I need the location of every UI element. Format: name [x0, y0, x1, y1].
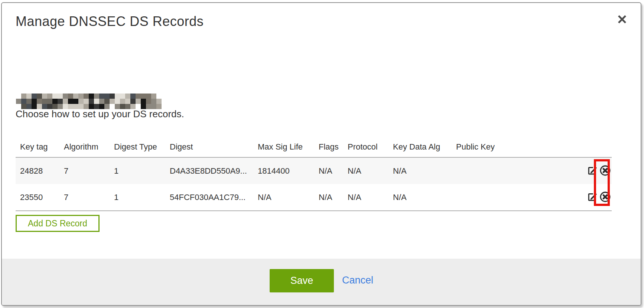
- cell-digest-type: 1: [110, 157, 165, 184]
- delete-icon: [599, 165, 611, 176]
- ds-records-table: Key tag Algorithm Digest Type Digest Max…: [16, 137, 612, 211]
- instruction-text: Choose how to set up your DS records.: [16, 108, 184, 120]
- cancel-link[interactable]: Cancel: [342, 275, 373, 286]
- cell-digest-type: 1: [110, 184, 165, 211]
- cell-flags: N/A: [314, 157, 343, 184]
- edit-record-button[interactable]: [587, 191, 598, 203]
- cell-key-data-alg: N/A: [388, 184, 452, 211]
- cell-digest: 54FCF030AA1C79...: [165, 184, 253, 211]
- col-actions: [576, 137, 612, 157]
- cell-digest: D4A33E8DD550A9...: [165, 157, 253, 184]
- col-max-sig-life: Max Sig Life: [253, 137, 314, 157]
- cell-algorithm: 7: [59, 157, 110, 184]
- col-flags: Flags: [314, 137, 343, 157]
- cell-key-tag: 23550: [16, 184, 59, 211]
- col-digest-type: Digest Type: [110, 137, 165, 157]
- cell-public-key: [452, 157, 576, 184]
- cell-actions: [576, 157, 612, 184]
- delete-record-button[interactable]: [599, 165, 611, 177]
- cell-protocol: N/A: [343, 184, 388, 211]
- cell-key-data-alg: N/A: [388, 157, 452, 184]
- cell-algorithm: 7: [59, 184, 110, 211]
- save-button[interactable]: Save: [270, 269, 334, 292]
- add-ds-record-button[interactable]: Add DS Record: [16, 215, 100, 232]
- col-key-tag: Key tag: [16, 137, 59, 157]
- cell-flags: N/A: [314, 184, 343, 211]
- ds-record-row: 23550 7 1 54FCF030AA1C79... N/A N/A N/A …: [16, 184, 612, 211]
- dialog-title: Manage DNSSEC DS Records: [16, 13, 204, 29]
- dialog-footer: Save Cancel: [2, 259, 641, 305]
- delete-icon: [599, 191, 611, 203]
- col-protocol: Protocol: [343, 137, 388, 157]
- col-algorithm: Algorithm: [59, 137, 110, 157]
- domain-name-redacted: [16, 94, 162, 109]
- col-public-key: Public Key: [452, 137, 576, 157]
- close-icon: [616, 13, 628, 25]
- col-key-data-alg: Key Data Alg: [388, 137, 452, 157]
- ds-record-row: 24828 7 1 D4A33E8DD550A9... 1814400 N/A …: [16, 157, 612, 184]
- table-header-row: Key tag Algorithm Digest Type Digest Max…: [16, 137, 612, 157]
- edit-icon: [587, 165, 598, 176]
- col-digest: Digest: [165, 137, 253, 157]
- edit-icon: [587, 191, 598, 202]
- edit-record-button[interactable]: [587, 165, 598, 177]
- cell-public-key: [452, 184, 576, 211]
- cell-max-sig-life: N/A: [253, 184, 314, 211]
- close-button[interactable]: [615, 12, 630, 27]
- cell-max-sig-life: 1814400: [253, 157, 314, 184]
- delete-record-button[interactable]: [599, 191, 611, 204]
- manage-dnssec-dialog: Manage DNSSEC DS Records Choose how to s…: [1, 2, 641, 306]
- cell-protocol: N/A: [343, 157, 388, 184]
- cell-actions: [576, 184, 612, 211]
- cell-key-tag: 24828: [16, 157, 59, 184]
